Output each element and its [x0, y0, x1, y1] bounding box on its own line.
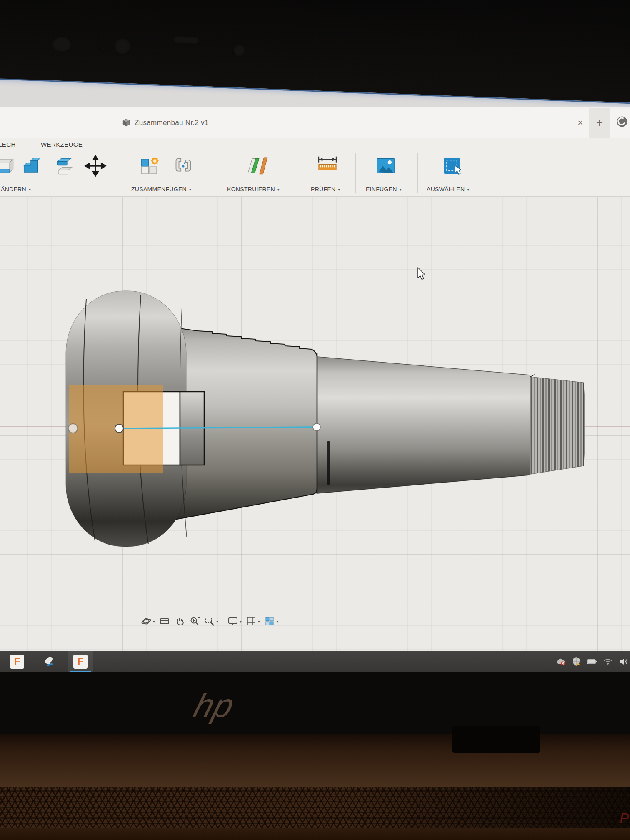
taskbar-fusion-active-icon[interactable]: F — [68, 651, 92, 672]
status-icon[interactable] — [616, 115, 628, 128]
ribbon-tab-row: LECH WERKZEUGE — [0, 138, 630, 150]
chevron-down-icon: ▾ — [467, 187, 469, 192]
group-label-einfuegen[interactable]: EINFÜGEN▾ — [366, 186, 402, 192]
chevron-down-icon[interactable]: ▾ — [258, 619, 260, 624]
joint-icon[interactable] — [172, 155, 195, 180]
zoom-window-icon[interactable]: ▾ — [204, 616, 218, 627]
ribbon-separator — [120, 152, 120, 192]
insert-canvas-icon[interactable] — [374, 155, 398, 180]
shank-body[interactable] — [317, 357, 530, 493]
display-settings-icon[interactable]: ▾ — [228, 616, 242, 627]
cloud-error-icon[interactable] — [556, 657, 566, 667]
grid-settings-icon[interactable]: ▾ — [246, 616, 260, 627]
new-tab-button[interactable]: + — [589, 108, 610, 138]
satellite-dish-icon — [42, 655, 56, 669]
laptop-hinge — [452, 726, 540, 753]
ribbon-separator — [216, 152, 216, 192]
corner-mark: P — [620, 810, 629, 826]
system-tray — [556, 657, 630, 667]
chevron-down-icon: ▾ — [338, 187, 340, 192]
press-pull-icon[interactable] — [52, 155, 76, 180]
orbit-icon[interactable]: ▾ — [141, 616, 155, 627]
measure-icon[interactable] — [316, 155, 339, 180]
webcam-led — [100, 47, 105, 52]
group-label-aendern[interactable]: ÄNDERN▾ — [1, 186, 31, 192]
volume-icon[interactable] — [618, 657, 628, 667]
view-toolbar: ▾ ▾ ▾ — [141, 616, 278, 627]
pan-icon[interactable] — [174, 616, 185, 627]
taskbar-satellite-icon[interactable] — [37, 651, 61, 672]
select-icon[interactable] — [441, 155, 465, 180]
model-canvas[interactable]: ▾ ▾ ▾ — [0, 197, 630, 651]
close-tab-button[interactable]: × — [573, 115, 588, 130]
sensor-dot — [232, 44, 246, 58]
ribbon-toolbar: ÄNDERN▾ ZUSAMMENFÜGEN▾ KONSTRUIEREN▾ — [0, 150, 630, 197]
thread-body[interactable] — [530, 375, 585, 474]
document-title: Zusammenbau Nr.2 v1 — [135, 119, 209, 127]
combine-icon[interactable] — [19, 155, 42, 180]
viewports-icon[interactable]: ▾ — [264, 616, 278, 627]
webcam-ir-lens — [113, 38, 132, 56]
mouse-cursor — [418, 268, 425, 280]
cad-model — [0, 197, 630, 651]
group-label-zusammenfuegen[interactable]: ZUSAMMENFÜGEN▾ — [131, 186, 191, 192]
construction-plane-icon[interactable] — [245, 155, 268, 180]
chevron-down-icon[interactable]: ▾ — [153, 619, 155, 624]
zoom-icon[interactable] — [189, 616, 200, 627]
joint-dot-left[interactable] — [68, 424, 78, 433]
joint-dot-right[interactable] — [313, 423, 320, 431]
chevron-down-icon[interactable]: ▾ — [240, 619, 242, 624]
document-tab[interactable]: Zusammenbau Nr.2 v1 — [122, 115, 209, 131]
speaker-grille — [0, 788, 630, 828]
chevron-down-icon[interactable]: ▾ — [276, 619, 278, 624]
ribbon-separator — [418, 152, 418, 192]
fusion-360-icon: F — [73, 655, 88, 669]
chevron-down-icon: ▾ — [400, 187, 402, 192]
chevron-down-icon[interactable]: ▾ — [216, 619, 218, 624]
chevron-down-icon: ▾ — [189, 187, 191, 192]
new-component-icon[interactable] — [138, 155, 162, 180]
microphone-slot — [172, 35, 200, 45]
security-shield-icon[interactable] — [571, 657, 581, 667]
document-cube-icon — [122, 118, 131, 128]
move-icon[interactable] — [84, 155, 107, 179]
group-label-pruefen[interactable]: PRÜFEN▾ — [311, 186, 340, 192]
chevron-down-icon: ▾ — [29, 187, 31, 192]
group-label-auswaehlen[interactable]: AUSWÄHLEN▾ — [427, 186, 470, 192]
group-label-konstruieren[interactable]: KONSTRUIEREN▾ — [227, 186, 280, 192]
ribbon-tab-werkzeuge[interactable]: WERKZEUGE — [41, 141, 82, 148]
chevron-down-icon: ▾ — [278, 187, 280, 192]
joint-dot-origin[interactable] — [115, 424, 123, 432]
ribbon-separator — [301, 152, 301, 192]
laptop-bottom-bezel: hp — [0, 672, 630, 734]
hp-logo: hp — [190, 687, 239, 725]
fusion-360-icon: F — [10, 655, 24, 669]
look-at-icon[interactable] — [159, 616, 170, 627]
windows-taskbar: F F — [0, 651, 630, 672]
document-tab-bar: Zusammenbau Nr.2 v1 × + — [0, 107, 630, 138]
ribbon-separator — [355, 152, 356, 192]
battery-icon[interactable] — [587, 657, 598, 667]
taskbar-fusion-icon[interactable]: F — [5, 651, 29, 672]
wifi-icon[interactable] — [603, 657, 613, 667]
webcam-lens — [51, 36, 72, 53]
press-pull-cube-icon[interactable] — [0, 155, 15, 178]
ribbon-tab-blech[interactable]: LECH — [0, 141, 18, 148]
